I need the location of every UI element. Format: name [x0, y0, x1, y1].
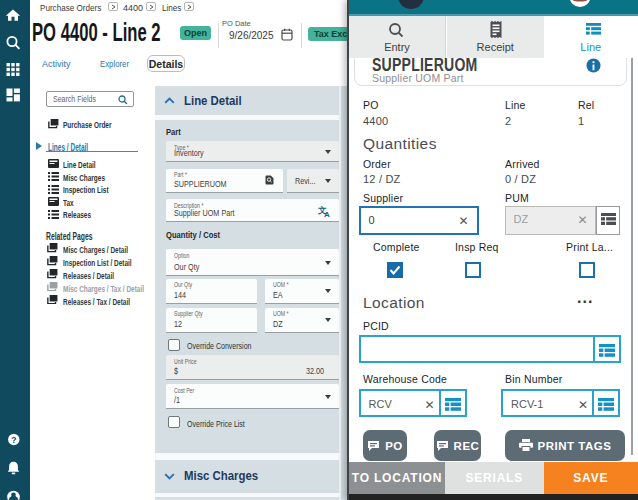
svg-text:?: ?	[11, 435, 16, 445]
svg-text:A: A	[324, 210, 330, 218]
